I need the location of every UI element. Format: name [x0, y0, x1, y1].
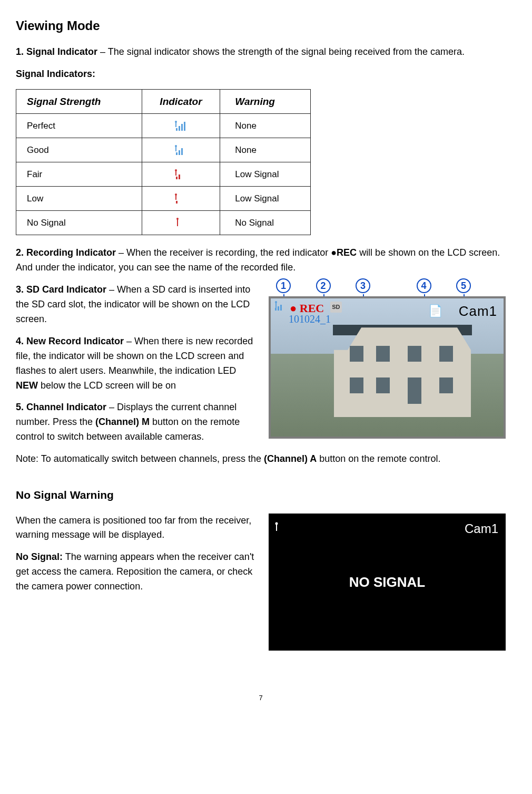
table-row: No Signal No Signal — [16, 211, 311, 235]
svg-rect-7 — [179, 150, 180, 155]
svg-rect-23 — [278, 306, 279, 311]
svg-rect-6 — [176, 152, 178, 155]
svg-rect-1 — [179, 126, 180, 131]
callout-3: 3 — [356, 278, 370, 293]
signal-indicators-heading: Signal Indicators: — [16, 67, 506, 82]
svg-rect-8 — [181, 148, 183, 155]
recording-indicator-paragraph: 2. Recording Indicator – When the receiv… — [16, 246, 506, 275]
rec-symbol: ●REC — [331, 247, 357, 258]
recording-indicator-label: 2. Recording Indicator — [16, 247, 116, 258]
signal-indicator-label: 1. Signal Indicator — [16, 46, 97, 57]
recording-indicator-text-a: – When the receiver is recording, the re… — [116, 247, 331, 258]
signal-perfect-icon — [174, 120, 187, 132]
svg-rect-22 — [275, 308, 277, 311]
table-header-indicator: Indicator — [142, 89, 220, 113]
signal-low-icon — [174, 192, 187, 205]
cell-warning: None — [220, 114, 311, 138]
table-header-strength: Signal Strength — [16, 89, 142, 113]
cell-strength: No Signal — [16, 211, 142, 235]
cell-indicator — [142, 211, 220, 235]
svg-rect-11 — [176, 177, 178, 179]
cell-indicator — [142, 187, 220, 211]
svg-rect-3 — [184, 122, 185, 131]
callout-4: 4 — [417, 278, 431, 293]
channel-m-button-label: (Channel) M — [95, 417, 150, 427]
svg-rect-2 — [181, 124, 183, 131]
table-row: Low Low Signal — [16, 187, 311, 211]
callout-2: 2 — [316, 278, 331, 293]
sd-card-label: 3. SD Card Indicator — [16, 284, 106, 295]
cell-warning: No Signal — [220, 211, 311, 235]
overlay-new-record-icon: 📄 — [428, 302, 443, 320]
new-record-text-b: below the LCD screen will be on — [38, 380, 176, 391]
cell-strength: Good — [16, 138, 142, 162]
cell-warning: None — [220, 138, 311, 162]
signal-good-icon — [174, 144, 187, 157]
cell-strength: Perfect — [16, 114, 142, 138]
cell-indicator — [142, 138, 220, 162]
channel-a-button-label: (Channel) A — [264, 453, 317, 464]
cell-strength: Low — [16, 187, 142, 211]
page-title: Viewing Mode — [16, 16, 506, 35]
new-record-label: 4. New Record Indicator — [16, 336, 124, 346]
nosignal-signal-icon — [274, 519, 282, 538]
cell-indicator — [142, 114, 220, 138]
table-row: Perfect None — [16, 114, 311, 138]
callout-5: 5 — [456, 278, 471, 293]
overlay-sd-icon: SD — [330, 302, 341, 313]
overlay-rec-filename: 101024_1 — [289, 311, 331, 327]
cell-strength: Fair — [16, 162, 142, 187]
camera-diagram: 1 2 3 4 5 ● REC SD 101024_1 📄 — [269, 278, 506, 439]
signal-fair-icon — [174, 168, 187, 181]
svg-rect-15 — [176, 201, 178, 204]
nosignal-label: No Signal: — [16, 551, 63, 562]
note-paragraph: Note: To automatically switch between ch… — [16, 452, 506, 467]
signal-indicator-paragraph: 1. Signal Indicator – The signal indicat… — [16, 45, 506, 60]
svg-rect-24 — [280, 305, 282, 311]
overlay-camera-label: Cam1 — [459, 301, 497, 322]
nosignal-title: No Signal Warning — [16, 487, 506, 504]
table-header-warning: Warning — [220, 89, 311, 113]
camera-frame: ● REC SD 101024_1 📄 Cam1 — [269, 296, 506, 439]
cell-indicator — [142, 162, 220, 187]
note-text-a: Note: To automatically switch between ch… — [16, 453, 264, 464]
signal-indicator-text: – The signal indicator shows the strengt… — [97, 46, 465, 57]
table-row: Good None — [16, 138, 311, 162]
cell-warning: Low Signal — [220, 162, 311, 187]
callout-1: 1 — [276, 278, 291, 293]
note-text-b: button on the remote control. — [317, 453, 440, 464]
svg-rect-0 — [176, 128, 178, 131]
new-word: NEW — [16, 380, 38, 391]
nosignal-frame: Cam1 NO SIGNAL — [269, 514, 506, 651]
channel-indicator-label: 5. Channel Indicator — [16, 402, 106, 412]
overlay-signal-icon — [274, 299, 283, 317]
cell-warning: Low Signal — [220, 187, 311, 211]
svg-rect-12 — [179, 175, 180, 179]
signal-table: Signal Strength Indicator Warning Perfec… — [16, 89, 311, 235]
signal-none-icon — [174, 217, 187, 229]
table-row: Fair Low Signal — [16, 162, 311, 187]
nosignal-camera-label: Cam1 — [465, 519, 498, 538]
page-number: 7 — [16, 693, 506, 703]
nosignal-message: NO SIGNAL — [349, 571, 425, 592]
